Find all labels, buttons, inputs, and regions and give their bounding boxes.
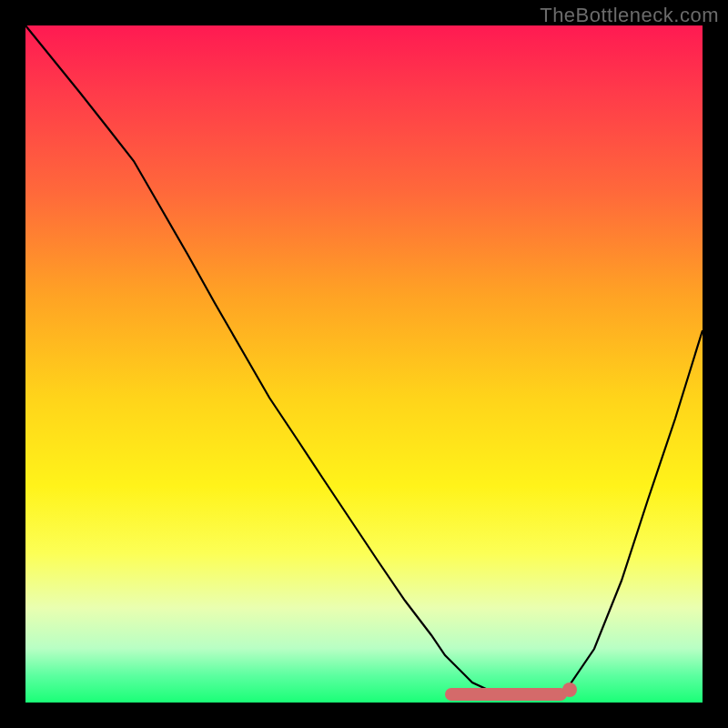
watermark-text: TheBottleneck.com — [540, 4, 719, 27]
bottleneck-curve — [25, 25, 703, 696]
chart-frame: TheBottleneck.com — [0, 0, 728, 728]
flat-region-end-dot — [562, 682, 577, 697]
chart-svg — [25, 25, 703, 703]
plot-area — [25, 25, 703, 703]
